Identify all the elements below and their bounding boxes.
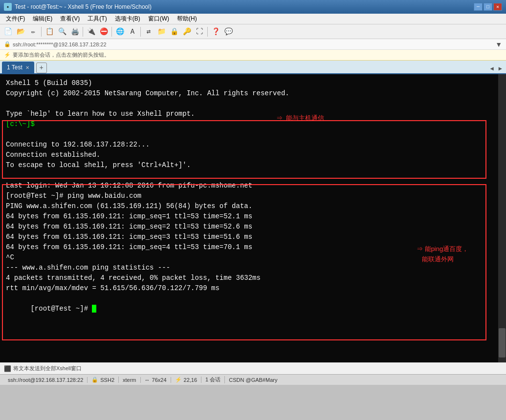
term-ping-1: 64 bytes from 61.135.169.121: icmp_seq=1…: [6, 211, 492, 222]
status-csdn: CSDN @GAB#Mary: [225, 377, 281, 383]
terminal-cursor: [92, 305, 96, 313]
status-cursor-text: 22,16: [184, 377, 198, 383]
status-term-text: xterm: [123, 377, 136, 383]
toolbar-sep4: [140, 27, 141, 37]
bottom-toolbar-text: 将文本发送到全部Xshell窗口: [13, 365, 82, 372]
term-prompt-root: [root@Test ~]# ping www.baidu.com: [6, 192, 141, 200]
bottom-toolbar: ⬛ 将文本发送到全部Xshell窗口: [0, 362, 506, 374]
term-ctrl-c: ^C: [6, 252, 492, 263]
status-address-text: ssh://root@192.168.137.128:22: [8, 377, 83, 383]
status-size-text: 76x24: [152, 377, 167, 383]
toolbar-help[interactable]: ❓: [210, 26, 221, 38]
term-line-6: [6, 129, 492, 140]
send-icon: ⬛: [4, 365, 11, 372]
status-size: ↔ 76x24: [141, 377, 171, 383]
toolbar-transfer[interactable]: ⇄: [143, 26, 154, 38]
term-line-2: Copyright (c) 2002-2015 NetSarang Comput…: [6, 88, 492, 99]
toolbar: 📄 📂 ✏️ 📋 🔍 🖨️ 🔌 ⛔ 🌐 A ⇄ 📁 🔒 🔑 ⛶ ❓ 💬: [0, 24, 506, 39]
address-text: ssh://root:********@192.168.137.128:22: [13, 42, 107, 47]
term-line-5: [c:\~]$: [6, 119, 492, 129]
toolbar-sep1: [41, 27, 42, 37]
status-term: xterm: [119, 377, 141, 383]
toolbar-open[interactable]: 📂: [15, 26, 26, 38]
tab-test[interactable]: 1 Test ✕: [2, 62, 34, 73]
title-bar: ✦ Test - root@Test:~ - Xshell 5 (Free fo…: [0, 0, 506, 14]
menu-window[interactable]: 窗口(W): [144, 14, 173, 24]
status-sessions-text: 1 会话: [205, 376, 220, 383]
toolbar-connect[interactable]: 🔌: [85, 26, 97, 38]
term-ping-cmd: [root@Test ~]# ping www.baidu.com: [6, 191, 492, 201]
terminal-scrollbar[interactable]: [498, 74, 506, 362]
menu-file[interactable]: 文件(F): [2, 14, 29, 24]
term-connecting: Connecting to 192.168.137.128:22...: [6, 140, 492, 150]
term-ping-4: 64 bytes from 61.135.169.121: icmp_seq=4…: [6, 242, 492, 252]
window-title: Test - root@Test:~ - Xshell 5 (Free for …: [15, 3, 152, 10]
term-ping-result: PING www.a.shifen.com (61.135.169.121) 5…: [6, 201, 492, 211]
term-stats-packets: 4 packets transmitted, 4 received, 0% pa…: [6, 273, 492, 283]
status-cursor: ⚡ 22,16: [171, 377, 202, 383]
minimize-button[interactable]: ─: [474, 3, 483, 11]
toolbar-expand[interactable]: ⛶: [194, 26, 205, 38]
address-dropdown[interactable]: ▼: [495, 41, 502, 48]
term-prompt-local: [c:\~]$: [6, 120, 35, 128]
status-csdn-text: CSDN @GAB#Mary: [229, 377, 277, 383]
toolbar-new[interactable]: 📄: [2, 26, 14, 38]
menu-bar: 文件(F) 编辑(E) 查看(V) 工具(T) 选项卡(B) 窗口(W) 帮助(…: [0, 14, 506, 24]
tab-bar: 1 Test ✕ + ◀ ▶: [0, 61, 506, 74]
tab-prev-button[interactable]: ◀: [488, 64, 496, 73]
terminal[interactable]: Xshell 5 (Build 0835) Copyright (c) 2002…: [0, 74, 498, 362]
tab-next-button[interactable]: ▶: [497, 64, 504, 73]
status-sessions: 1 会话: [201, 376, 225, 383]
close-button[interactable]: ✕: [493, 3, 502, 11]
toolbar-disconnect[interactable]: ⛔: [98, 26, 110, 38]
term-stats-rtt: rtt min/avg/max/mdev = 51.615/56.636/70.…: [6, 283, 492, 294]
term-lastlogin: Last login: Wed Jan 13 10:12:08 2016 fro…: [6, 181, 492, 191]
status-lock-icon: 🔒: [91, 377, 98, 383]
tab-close-icon[interactable]: ✕: [25, 65, 29, 70]
term-stats-header: --- www.a.shifen.com ping statistics ---: [6, 263, 492, 273]
menu-edit[interactable]: 编辑(E): [29, 14, 56, 24]
status-ssh: 🔒 SSH2: [88, 377, 119, 383]
toolbar-pen[interactable]: ✏️: [27, 26, 39, 38]
terminal-wrapper: Xshell 5 (Build 0835) Copyright (c) 2002…: [0, 74, 506, 362]
status-ssh-text: SSH2: [100, 377, 114, 383]
address-bar: 🔒 ssh://root:********@192.168.137.128:22…: [0, 39, 506, 50]
term-prompt-final: [root@Test ~]#: [30, 305, 92, 313]
term-escape: To escape to local shell, press 'Ctrl+Al…: [6, 160, 492, 170]
toolbar-sep5: [207, 27, 208, 37]
menu-tools[interactable]: 工具(T): [84, 14, 110, 24]
status-address: ssh://root@192.168.137.128:22: [4, 377, 88, 383]
maximize-button[interactable]: □: [484, 3, 492, 11]
info-bar: ⚡ 要添加当前会话，点击左侧的箭头按钮。: [0, 50, 506, 61]
toolbar-print[interactable]: 🖨️: [69, 26, 81, 38]
toolbar-key[interactable]: 🔑: [181, 26, 193, 38]
status-cursor-icon: ⚡: [175, 377, 182, 383]
term-final-prompt: [root@Test ~]#: [6, 294, 492, 324]
tab-add-button[interactable]: +: [36, 63, 47, 73]
info-icon: ⚡: [4, 52, 11, 58]
term-blank-2: [6, 170, 492, 181]
menu-view[interactable]: 查看(V): [56, 14, 84, 24]
term-ping-3: 64 bytes from 61.135.169.121: icmp_seq=3…: [6, 232, 492, 242]
scrollbar-track[interactable]: [498, 74, 506, 362]
term-line-3: [6, 99, 492, 109]
term-line-1: Xshell 5 (Build 0835): [6, 78, 492, 88]
toolbar-font[interactable]: A: [127, 26, 138, 38]
term-established: Connection established.: [6, 150, 492, 160]
toolbar-copy[interactable]: 📋: [44, 26, 55, 38]
menu-tabs[interactable]: 选项卡(B): [111, 14, 144, 24]
status-bar: ssh://root@192.168.137.128:22 🔒 SSH2 xte…: [0, 374, 506, 385]
term-ping-2: 64 bytes from 61.135.169.121: icmp_seq=2…: [6, 222, 492, 232]
window-controls: ─ □ ✕: [474, 3, 502, 11]
scrollbar-thumb[interactable]: [499, 328, 506, 357]
toolbar-lock[interactable]: 🔒: [168, 26, 180, 38]
tab-label: 1 Test: [7, 64, 22, 71]
toolbar-search[interactable]: 🔍: [56, 26, 68, 38]
info-text: 要添加当前会话，点击左侧的箭头按钮。: [13, 51, 110, 59]
app-icon: ✦: [4, 3, 12, 11]
toolbar-globe[interactable]: 🌐: [114, 26, 126, 38]
toolbar-sftp[interactable]: 📁: [155, 26, 167, 38]
menu-help[interactable]: 帮助(H): [173, 14, 201, 24]
lock-icon: 🔒: [4, 41, 11, 47]
toolbar-chat[interactable]: 💬: [222, 26, 234, 38]
